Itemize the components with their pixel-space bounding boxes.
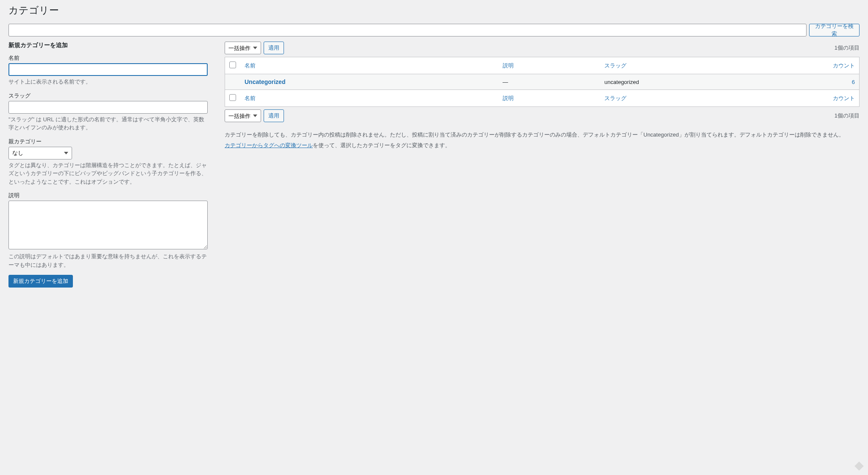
parent-hint: タグとは異なり、カテゴリーは階層構造を持つことができます。たとえば、ジャズという… — [8, 161, 208, 186]
row-slug: uncategorized — [600, 74, 825, 90]
slug-label: スラッグ — [8, 92, 208, 100]
slug-hint: "スラッグ" は URL に適した形式の名前です。通常はすべて半角小文字で、英数… — [8, 115, 208, 132]
table-row: Uncategorized — uncategorized 6 — [225, 74, 860, 90]
apply-button-top[interactable]: 適用 — [264, 42, 284, 54]
row-name-link[interactable]: Uncategorized — [245, 78, 285, 85]
col-name-footer[interactable]: 名前 — [240, 90, 498, 107]
category-table: 名前 説明 スラッグ カウント Uncategorized — uncatego… — [225, 57, 860, 107]
col-slug-header[interactable]: スラッグ — [600, 57, 825, 74]
row-desc: — — [498, 74, 600, 90]
description-label: 説明 — [8, 192, 208, 199]
item-count-bottom: 1個の項目 — [835, 112, 860, 120]
name-hint: サイト上に表示される名前です。 — [8, 78, 208, 86]
select-all-bottom-checkbox[interactable] — [229, 94, 236, 101]
col-desc-footer[interactable]: 説明 — [498, 90, 600, 107]
row-count-link[interactable]: 6 — [852, 79, 855, 85]
bulk-action-select-bottom[interactable]: 一括操作 — [225, 109, 261, 122]
search-categories-button[interactable]: カテゴリーを検索 — [809, 24, 860, 36]
convert-note: カテゴリーからタグへの変換ツールを使って、選択したカテゴリーをタグに変換できます… — [225, 141, 860, 150]
tablenav-top: 一括操作 適用 1個の項目 — [225, 42, 860, 54]
description-textarea[interactable] — [8, 201, 208, 249]
item-count-top: 1個の項目 — [835, 44, 860, 52]
search-input[interactable] — [8, 24, 807, 36]
submit-add-category-button[interactable]: 新規カテゴリーを追加 — [8, 275, 73, 288]
parent-label: 親カテゴリー — [8, 138, 208, 145]
slug-input[interactable] — [8, 101, 208, 114]
col-count-footer[interactable]: カウント — [826, 90, 860, 107]
apply-button-bottom[interactable]: 適用 — [264, 109, 284, 122]
col-count-header[interactable]: カウント — [826, 57, 860, 74]
bulk-action-select-top[interactable]: 一括操作 — [225, 42, 261, 54]
col-slug-footer[interactable]: スラッグ — [600, 90, 825, 107]
description-hint: この説明はデフォルトではあまり重要な意味を持ちませんが、これを表示するテーマも中… — [8, 252, 208, 269]
delete-note: カテゴリーを削除しても、カテゴリー内の投稿は削除されません。ただし、投稿に割り当… — [225, 131, 860, 140]
parent-select[interactable]: なし — [8, 147, 72, 159]
name-input[interactable] — [8, 63, 208, 76]
col-name-header[interactable]: 名前 — [240, 57, 498, 74]
col-desc-header[interactable]: 説明 — [498, 57, 600, 74]
page-title: カテゴリー — [8, 0, 860, 24]
convert-tail: を使って、選択したカテゴリーをタグに変換できます。 — [313, 142, 451, 148]
select-all-top-checkbox[interactable] — [229, 61, 236, 68]
form-heading: 新規カテゴリーを追加 — [8, 42, 208, 49]
search-row: カテゴリーを検索 — [8, 24, 860, 36]
convert-tool-link[interactable]: カテゴリーからタグへの変換ツール — [225, 142, 313, 148]
add-category-form: 新規カテゴリーを追加 名前 サイト上に表示される名前です。 スラッグ "スラッグ… — [8, 42, 208, 288]
name-label: 名前 — [8, 54, 208, 62]
tablenav-bottom: 一括操作 適用 1個の項目 — [225, 109, 860, 122]
notes: カテゴリーを削除しても、カテゴリー内の投稿は削除されません。ただし、投稿に割り当… — [225, 131, 860, 150]
